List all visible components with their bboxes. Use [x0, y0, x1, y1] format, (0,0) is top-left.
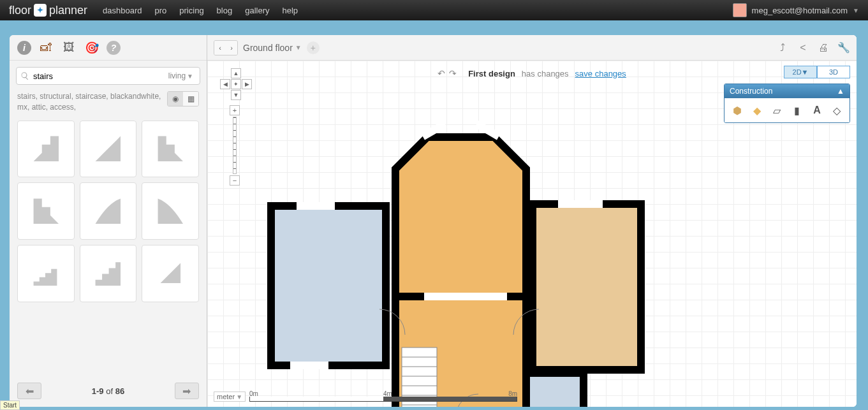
floorplan[interactable]	[258, 118, 647, 407]
stair-thumb[interactable]	[80, 121, 137, 178]
pan-up-button[interactable]: ▲	[231, 68, 241, 78]
stair-thumb[interactable]	[17, 245, 75, 302]
status-sub: has changes	[522, 69, 569, 78]
surface-tool-icon[interactable]: ◇	[828, 102, 845, 119]
nav-help[interactable]: help	[282, 6, 298, 15]
svg-marker-1	[395, 137, 526, 297]
pager: ⬅ 1-9 of 86 ➡	[10, 375, 207, 407]
view-grid-button[interactable]: ▦	[183, 92, 198, 106]
nav-pricing[interactable]: pricing	[179, 6, 203, 15]
target-icon[interactable]: 🎯	[84, 40, 100, 56]
pan-left-button[interactable]: ◀	[220, 79, 230, 89]
zoom-out-button[interactable]: −	[230, 175, 240, 186]
room-tool-icon[interactable]: ⬢	[729, 102, 746, 119]
nav-gallery[interactable]: gallery	[245, 6, 269, 15]
chevron-down-icon: ▼	[187, 73, 193, 80]
pan-down-button[interactable]: ▼	[231, 90, 241, 100]
pan-center-button[interactable]: ✦	[231, 79, 241, 89]
undo-button[interactable]: ↶	[438, 68, 445, 78]
ruler: meter▼ 0m 4m 8m	[214, 392, 517, 402]
view-mode-toggle: 2D ▼ 3D	[784, 66, 850, 78]
view-2d-button[interactable]: 2D ▼	[784, 66, 817, 78]
prev-page-button[interactable]: ⬅	[17, 383, 41, 399]
svg-rect-17	[558, 200, 603, 208]
stair-thumb[interactable]	[80, 245, 137, 302]
tags-text: stairs, structural, staircase, blackandw…	[17, 91, 162, 113]
nav-pro[interactable]: pro	[155, 6, 167, 15]
pan-control: ▲ ▼ ◀ ▶ ✦	[220, 68, 252, 100]
add-floor-button[interactable]: +	[307, 41, 320, 54]
search-input[interactable]	[29, 71, 166, 81]
svg-rect-2	[533, 204, 641, 370]
stair-thumb[interactable]	[17, 182, 75, 240]
user-email: meg_escott@hotmail.com	[752, 6, 848, 15]
next-page-button[interactable]: ➡	[175, 383, 199, 399]
logo-text-2: planner	[49, 4, 87, 17]
page-info: 1-9 of 86	[92, 386, 124, 396]
text-tool-icon[interactable]: A	[809, 102, 825, 119]
search-category[interactable]: living ▼	[166, 71, 196, 80]
nav-fwd-button[interactable]: ›	[226, 41, 237, 55]
logo-text-1: floor	[9, 4, 31, 17]
chevron-down-icon: ▼	[295, 44, 302, 51]
search-box: living ▼	[16, 67, 200, 85]
svg-rect-19	[424, 293, 507, 300]
construction-panel: Construction ▲ ⬢ ◆ ▱ ▮ A ◇	[724, 84, 850, 123]
wall-tool-icon[interactable]: ▱	[769, 102, 785, 119]
photo-icon[interactable]: 🖼	[61, 40, 77, 56]
door-tool-icon[interactable]: ▮	[789, 102, 805, 119]
search-icon	[20, 71, 29, 80]
print-icon[interactable]: 🖨	[817, 41, 830, 54]
view-toggle: ◉ ▦	[167, 91, 199, 106]
construction-header[interactable]: Construction ▲	[725, 84, 850, 98]
history-nav: ‹ ›	[214, 40, 238, 55]
floor-selector[interactable]: Ground floor ▼	[243, 43, 302, 53]
export-icon[interactable]: ⤴	[776, 41, 789, 54]
design-title: First design	[468, 69, 515, 78]
redo-button[interactable]: ↷	[449, 68, 457, 78]
search-row: living ▼	[10, 61, 207, 91]
avatar	[733, 3, 747, 17]
canvas-area: ‹ › Ground floor ▼ + ⤴ < 🖨 🔧 ↶ ↷	[207, 35, 857, 407]
wrench-icon[interactable]: 🔧	[837, 41, 850, 54]
stair-thumb[interactable]	[142, 245, 199, 302]
nav-blog[interactable]: blog	[217, 6, 233, 15]
stair-thumb[interactable]	[80, 182, 137, 240]
app-frame: i 🛋 🖼 🎯 ? living ▼ stairs, structural, s…	[10, 35, 857, 407]
logo[interactable]: floor ✦ planner	[9, 4, 87, 17]
info-icon[interactable]: i	[17, 41, 31, 55]
zoom-in-button[interactable]: +	[230, 105, 240, 115]
svg-rect-0	[271, 206, 386, 365]
user-menu[interactable]: meg_escott@hotmail.com ▼	[733, 3, 859, 17]
canvas-toolbar: ‹ › Ground floor ▼ + ⤴ < 🖨 🔧	[207, 35, 857, 61]
unit-selector[interactable]: meter▼	[214, 392, 246, 402]
nav-back-button[interactable]: ‹	[214, 41, 226, 55]
furniture-icon[interactable]: 🛋	[38, 40, 54, 56]
stair-thumb[interactable]	[142, 121, 199, 178]
pan-right-button[interactable]: ▶	[242, 79, 252, 89]
top-nav: floor ✦ planner dashboard pro pricing bl…	[0, 0, 868, 20]
save-changes-link[interactable]: save changes	[575, 69, 626, 78]
nav-links: dashboard pro pricing blog gallery help	[103, 6, 298, 15]
share-icon[interactable]: <	[797, 41, 809, 54]
floor-tool-icon[interactable]: ◆	[749, 102, 765, 119]
status-bar: ↶ ↷ First design has changes save change…	[438, 68, 626, 78]
stair-thumb[interactable]	[142, 182, 199, 240]
sidebar-toolbar: i 🛋 🖼 🎯 ?	[10, 35, 207, 61]
view-3d-button[interactable]: 3D	[817, 66, 850, 78]
zoom-slider[interactable]	[233, 117, 237, 174]
sidebar: i 🛋 🖼 🎯 ? living ▼ stairs, structural, s…	[10, 35, 207, 407]
svg-rect-18	[290, 362, 328, 369]
nav-dashboard[interactable]: dashboard	[103, 6, 142, 15]
svg-rect-14	[297, 202, 335, 210]
stair-thumb[interactable]	[17, 121, 75, 178]
thumbs-grid	[10, 117, 207, 306]
view-3d-button[interactable]: ◉	[168, 92, 183, 106]
logo-icon: ✦	[34, 4, 47, 17]
canvas[interactable]: ↶ ↷ First design has changes save change…	[207, 61, 857, 407]
help-icon[interactable]: ?	[107, 41, 121, 55]
tags-row: stairs, structural, staircase, blackandw…	[10, 91, 207, 117]
ruler-scale: 0m 4m 8m	[249, 392, 517, 402]
start-badge[interactable]: Start	[0, 400, 20, 410]
svg-rect-4	[526, 373, 584, 407]
